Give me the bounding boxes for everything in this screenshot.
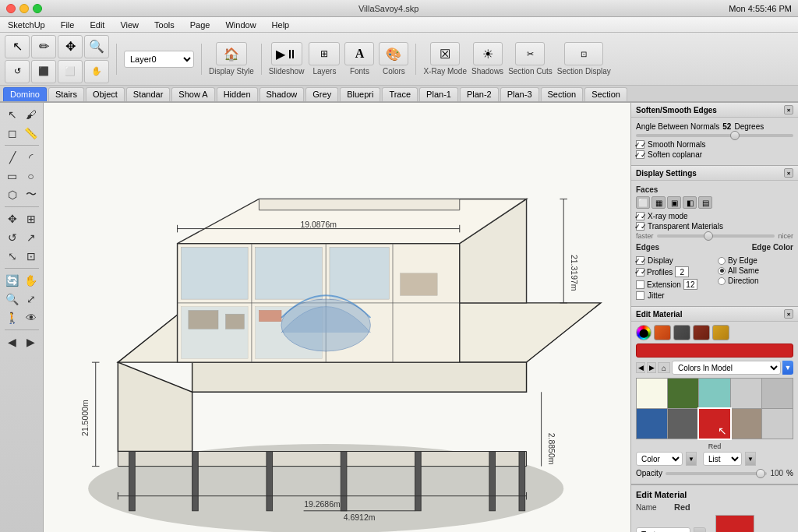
toolbar-push-tool[interactable]: ⬜ bbox=[58, 60, 83, 83]
tab-object[interactable]: Object bbox=[86, 87, 125, 101]
tab-trace[interactable]: Trace bbox=[382, 87, 418, 101]
mat-icon-1[interactable] bbox=[654, 325, 671, 340]
tab-hidden[interactable]: Hidden bbox=[217, 87, 258, 101]
walk-tool[interactable]: 🚶 bbox=[4, 309, 21, 326]
maximize-button[interactable] bbox=[33, 4, 42, 13]
layer-select[interactable]: Layer0 bbox=[124, 51, 194, 68]
toolbar-move-tool[interactable]: ✥ bbox=[58, 35, 83, 58]
edit-material-close-btn[interactable]: × bbox=[784, 309, 793, 319]
move-tool[interactable]: ✥ bbox=[4, 210, 21, 227]
lookaround-tool[interactable]: 👁 bbox=[23, 309, 40, 326]
zoom2-tool[interactable]: 🔍 bbox=[4, 291, 21, 308]
menu-sketchup[interactable]: SketchUp bbox=[5, 20, 48, 30]
mat-color-wheel[interactable]: ⬤ bbox=[636, 325, 651, 340]
toolbar-pan-tool[interactable]: ✋ bbox=[84, 60, 109, 83]
select-tool[interactable]: ↖ bbox=[4, 106, 21, 123]
tab-showa[interactable]: Show A bbox=[171, 87, 214, 101]
menu-view[interactable]: View bbox=[117, 20, 142, 30]
toolbar-rotate-tool[interactable]: ↺ bbox=[5, 60, 30, 83]
jitter-checkbox[interactable] bbox=[636, 291, 644, 300]
tab-grey[interactable]: Grey bbox=[305, 87, 338, 101]
face-icon-2[interactable]: ▦ bbox=[651, 196, 666, 209]
list-select[interactable]: List bbox=[703, 452, 742, 466]
opacity-thumb[interactable] bbox=[756, 469, 765, 478]
swatch-5[interactable] bbox=[762, 379, 793, 408]
freehand-tool[interactable]: 〜 bbox=[23, 186, 40, 203]
toolbar-scale-tool[interactable]: ⬛ bbox=[31, 60, 56, 83]
orbit-tool[interactable]: 🔄 bbox=[4, 272, 21, 289]
paint-tool[interactable]: 🖌 bbox=[23, 106, 40, 123]
list-dropdown-arrow[interactable]: ▼ bbox=[745, 452, 756, 466]
colors-dropdown[interactable]: Colors In Model bbox=[672, 361, 781, 375]
tab-standar[interactable]: Standar bbox=[126, 87, 171, 101]
swatch-10[interactable] bbox=[762, 409, 793, 439]
toolbar-zoom-tool[interactable]: 🔍 bbox=[84, 35, 109, 58]
texture-dropdown-arrow[interactable]: ▼ bbox=[694, 527, 706, 532]
toolbar-colors-btn[interactable]: 🎨 Colors bbox=[379, 42, 408, 76]
soften-coplanar-checkbox[interactable]: ✓ bbox=[636, 150, 644, 159]
toolbar-pencil-tool[interactable]: ✏ bbox=[31, 35, 56, 58]
tab-section1[interactable]: Section bbox=[541, 87, 584, 101]
by-edge-radio[interactable] bbox=[718, 257, 726, 265]
toolbar-slideshow[interactable]: ▶⏸ Slideshow bbox=[269, 42, 305, 76]
pan2-tool[interactable]: ✋ bbox=[23, 272, 40, 289]
toolbar-section-cuts-btn[interactable]: ✂ Section Cuts bbox=[508, 42, 553, 76]
soften-close-btn[interactable]: × bbox=[784, 105, 793, 115]
tab-bluepri[interactable]: Bluepri bbox=[340, 87, 380, 101]
extension-input[interactable] bbox=[683, 279, 697, 290]
followme-tool[interactable]: ↗ bbox=[23, 229, 40, 246]
toolbar-xray-btn[interactable]: ☒ X-Ray Mode bbox=[423, 42, 467, 76]
poly-tool[interactable]: ⬡ bbox=[4, 186, 21, 203]
toolbar-fonts-btn[interactable]: A Fonts bbox=[344, 42, 374, 76]
swatch-1[interactable] bbox=[637, 379, 667, 408]
quality-slider[interactable] bbox=[657, 234, 775, 238]
menu-file[interactable]: File bbox=[58, 20, 78, 30]
color-select[interactable]: Color bbox=[636, 452, 683, 466]
face-icon-3[interactable]: ▣ bbox=[667, 196, 681, 209]
face-icon-5[interactable]: ▤ bbox=[698, 196, 712, 209]
rotate2-tool[interactable]: ↺ bbox=[4, 229, 21, 246]
extension-checkbox[interactable] bbox=[636, 280, 644, 289]
search-bar[interactable] bbox=[636, 344, 793, 358]
toolbar-arrow-tool[interactable]: ↖ bbox=[5, 35, 30, 58]
eraser-tool[interactable]: ◻ bbox=[4, 125, 21, 142]
tape-tool[interactable]: 📏 bbox=[23, 125, 40, 142]
close-button[interactable] bbox=[6, 4, 16, 13]
nav-home-btn[interactable]: ⌂ bbox=[658, 362, 670, 373]
opacity-slider-track[interactable] bbox=[666, 472, 768, 475]
texture-select[interactable]: Texture bbox=[636, 527, 690, 532]
display-settings-close-btn[interactable]: × bbox=[784, 168, 793, 178]
dropdown-arrow[interactable]: ▼ bbox=[782, 361, 793, 375]
swatch-3[interactable] bbox=[699, 379, 729, 408]
nav-back-btn[interactable]: ◀ bbox=[636, 362, 645, 373]
pushpull-tool[interactable]: ⊞ bbox=[23, 210, 40, 227]
transparent-checkbox[interactable]: ✓ bbox=[636, 222, 644, 231]
smooth-normals-checkbox[interactable]: ✓ bbox=[636, 140, 644, 149]
all-same-radio[interactable] bbox=[718, 267, 726, 275]
arc-tool[interactable]: ◜ bbox=[23, 149, 40, 166]
toolbar-section-display-btn[interactable]: ⊡ Section Display bbox=[557, 42, 611, 76]
zoomext-tool[interactable]: ⤢ bbox=[23, 291, 40, 308]
menu-edit[interactable]: Edit bbox=[87, 20, 108, 30]
tab-section2[interactable]: Section bbox=[584, 87, 627, 101]
face-icon-1[interactable]: ⬜ bbox=[636, 196, 650, 209]
direction-radio[interactable] bbox=[718, 277, 726, 285]
swatch-7[interactable] bbox=[668, 409, 698, 439]
swatch-9[interactable] bbox=[731, 409, 761, 439]
offset-tool[interactable]: ⊡ bbox=[23, 248, 40, 265]
xray-checkbox[interactable]: ✓ bbox=[636, 212, 644, 220]
swatch-8[interactable]: ↖ bbox=[699, 409, 729, 439]
toolbar-layers-btn[interactable]: ⊞ Layers bbox=[309, 42, 340, 76]
circle-tool[interactable]: ○ bbox=[23, 167, 40, 185]
color-dropdown-arrow[interactable]: ▼ bbox=[686, 452, 697, 466]
mat-icon-4[interactable] bbox=[712, 325, 729, 340]
quality-thumb[interactable] bbox=[704, 231, 713, 241]
scale2-tool[interactable]: ⤡ bbox=[4, 248, 21, 265]
line-tool[interactable]: ╱ bbox=[4, 149, 21, 166]
face-icon-4[interactable]: ◧ bbox=[683, 196, 697, 209]
menu-tools[interactable]: Tools bbox=[151, 20, 178, 30]
menu-page[interactable]: Page bbox=[187, 20, 214, 30]
menu-help[interactable]: Help bbox=[269, 20, 293, 30]
rect-tool[interactable]: ▭ bbox=[4, 167, 21, 185]
tab-shadow[interactable]: Shadow bbox=[260, 87, 305, 101]
